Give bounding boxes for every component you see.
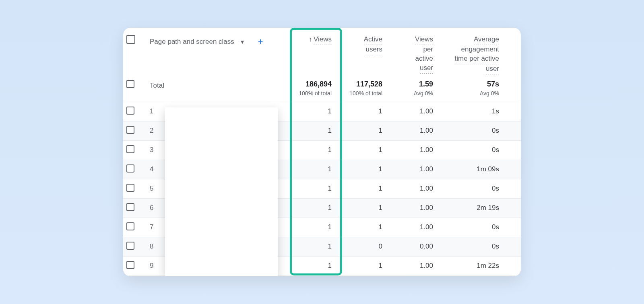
- row-avg-engagement-time: 1m 22s: [436, 256, 502, 275]
- row-views-per-active-user: 1.00: [386, 140, 436, 160]
- row-views-per-active-user: 1.00: [386, 218, 436, 237]
- dimension-selector[interactable]: Page path and screen class: [150, 38, 234, 46]
- row-views: 1: [282, 140, 335, 160]
- row-views: 1: [282, 102, 335, 121]
- row-active-users: 1: [335, 198, 386, 218]
- row-views: 1: [282, 121, 335, 140]
- row-views-per-active-user: 1.00: [386, 102, 436, 121]
- row-views: 1: [282, 256, 335, 275]
- add-dimension-button[interactable]: +: [258, 37, 263, 47]
- select-all-checkbox[interactable]: [126, 35, 135, 44]
- row-active-users: 1: [335, 121, 386, 140]
- row-rank: 1: [147, 102, 163, 121]
- row-checkbox[interactable]: [126, 203, 134, 211]
- row-views: 1: [282, 198, 335, 218]
- col-header-active-users[interactable]: Active users: [335, 28, 386, 76]
- total-active-users-value: 117,528: [338, 80, 382, 88]
- total-label: Total: [150, 80, 279, 90]
- row-avg-engagement-time: 0s: [436, 218, 502, 237]
- row-rank: 8: [147, 237, 163, 256]
- row-checkbox[interactable]: [126, 222, 134, 230]
- sort-ascending-icon: ↑: [309, 36, 312, 43]
- row-checkbox[interactable]: [126, 242, 134, 250]
- row-checkbox[interactable]: [126, 107, 134, 115]
- row-avg-engagement-time: 1s: [436, 102, 502, 121]
- total-aet-value: 57s: [440, 80, 499, 88]
- row-views: 1: [282, 160, 335, 179]
- row-active-users: 0: [335, 237, 386, 256]
- row-checkbox[interactable]: [126, 145, 134, 153]
- row-active-users: 1: [335, 160, 386, 179]
- row-views-per-active-user: 1.00: [386, 160, 436, 179]
- row-views-per-active-user: 1.00: [386, 121, 436, 140]
- row-views-per-active-user: 1.00: [386, 198, 436, 218]
- row-active-users: 1: [335, 218, 386, 237]
- total-active-users-sub: 100% of total: [338, 90, 382, 97]
- header-checkbox-cell: [123, 28, 147, 76]
- row-rank: 2: [147, 121, 163, 140]
- row-avg-engagement-time: 0s: [436, 121, 502, 140]
- row-avg-engagement-time: 0s: [436, 140, 502, 160]
- row-checkbox[interactable]: [126, 80, 134, 88]
- row-views-per-active-user: 0.00: [386, 237, 436, 256]
- row-rank: 5: [147, 179, 163, 198]
- total-vpau-sub: Avg 0%: [389, 90, 433, 97]
- row-views: 1: [282, 179, 335, 198]
- row-rank: 3: [147, 140, 163, 160]
- row-avg-engagement-time: 1m 09s: [436, 160, 502, 179]
- row-views-per-active-user: 1.00: [386, 179, 436, 198]
- total-aet-sub: Avg 0%: [440, 90, 499, 97]
- row-views: 1: [282, 218, 335, 237]
- row-avg-engagement-time: 0s: [436, 237, 502, 256]
- row-checkbox[interactable]: [126, 126, 134, 134]
- row-views: 1: [282, 237, 335, 256]
- row-rank: 6: [147, 198, 163, 218]
- dimension-header: Page path and screen class ▼ +: [147, 28, 282, 76]
- total-vpau-value: 1.59: [389, 80, 433, 88]
- row-rank: 4: [147, 160, 163, 179]
- chevron-down-icon[interactable]: ▼: [240, 39, 245, 45]
- total-views-sub: 100% of total: [285, 90, 332, 97]
- row-rank: 9: [147, 256, 163, 275]
- row-active-users: 1: [335, 140, 386, 160]
- col-header-views[interactable]: ↑Views: [282, 28, 335, 76]
- total-row: Total 186,894 100% of total 117,528 100%…: [123, 76, 521, 102]
- col-header-views-per-active-user[interactable]: Views per active user: [386, 28, 436, 76]
- row-views-per-active-user: 1.00: [386, 256, 436, 275]
- report-panel: Page path and screen class ▼ + ↑Views Ac…: [123, 28, 521, 276]
- row-checkbox[interactable]: [126, 261, 134, 269]
- col-header-avg-engagement[interactable]: Average engagement time per active user: [436, 28, 502, 76]
- row-active-users: 1: [335, 102, 386, 121]
- row-rank: 7: [147, 218, 163, 237]
- popup-card: [165, 107, 278, 276]
- total-views-value: 186,894: [285, 80, 332, 88]
- row-avg-engagement-time: 2m 19s: [436, 198, 502, 218]
- row-active-users: 1: [335, 256, 386, 275]
- row-checkbox[interactable]: [126, 184, 134, 192]
- row-avg-engagement-time: 0s: [436, 179, 502, 198]
- row-checkbox[interactable]: [126, 164, 134, 173]
- row-active-users: 1: [335, 179, 386, 198]
